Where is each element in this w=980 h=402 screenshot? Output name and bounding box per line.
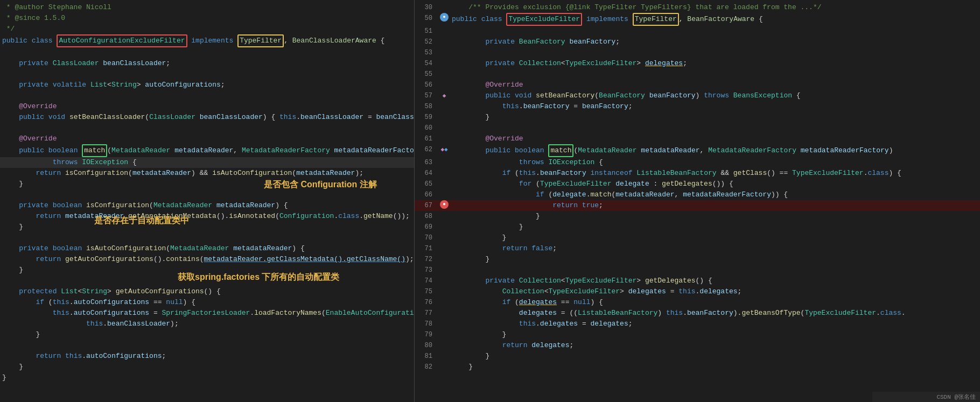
line-isconfig-close: } [0,222,414,232]
line-override2: @Override [0,133,414,144]
right-line-55: 55 [415,69,980,80]
gutter-icon-62a: ◆ [440,144,444,155]
right-line-54: 54 private Collection<TypeExcludeFilter>… [415,58,980,69]
right-line-64: 64 if (this.beanFactory instanceof Lista… [415,168,980,179]
line-number-72: 72 [415,254,439,265]
gutter-67: ● [439,200,450,209]
line-number-80: 80 [415,340,439,351]
line-number-30: 30 [415,2,439,13]
line-getautoconfig-load: this.autoConfigurations = SpringFactorie… [0,308,414,319]
right-line-58: 58 this.beanFactory = beanFactory; [415,101,980,112]
line-throws: throws IOException { [0,157,414,168]
line-number-54: 54 [415,58,439,69]
line-number-67: 67 [415,200,439,211]
gutter-icon-62b: ◆ [444,144,448,155]
line-number-81: 81 [415,351,439,362]
line-number-50: 50 [415,13,439,24]
line-return-autoconfig: return this.autoConfigurations; [0,351,414,362]
gutter-icon-50: ● [440,13,449,22]
right-line-62: 62 ◆ ◆ public boolean match(MetadataRead… [415,144,980,157]
line-isconfig-body: return metadataReader.getAnnotationMetad… [0,211,414,222]
main-container: * @author Stephane Nicoll * @since 1.5.0… [0,0,980,402]
right-line-61: 61 @Override [415,133,980,144]
line-field-classloader: private ClassLoader beanClassLoader; [0,58,414,69]
right-line-63: 63 throws IOException { [415,157,980,168]
right-line-51: 51 [415,26,980,37]
right-line-76: 76 if (delegates == null) { [415,297,980,308]
line-number-61: 61 [415,133,439,144]
right-line-60: 60 [415,123,980,133]
gutter-icon-67: ● [440,200,449,209]
line-number-64: 64 [415,168,439,179]
line-number-77: 77 [415,308,439,319]
right-line-69: 69 } [415,222,980,232]
gutter-57: ◆ [439,90,450,101]
line-number-60: 60 [415,123,439,133]
right-line-59: 59 } [415,112,980,123]
left-code-area: * @author Stephane Nicoll * @since 1.5.0… [0,0,414,385]
line-blank4 [0,123,414,133]
gutter-62: ◆ ◆ [439,144,450,155]
line-getautoconfig-classloader: this.beanClassLoader); [0,319,414,329]
right-line-52: 52 private BeanFactory beanFactory; [415,37,980,47]
line-getautoconfig-sig: protected List<String> getAutoConfigurat… [0,286,414,297]
line-class-close: } [0,372,414,383]
line-getautoconfig-if: if (this.autoConfigurations == null) { [0,297,414,308]
left-code-panel: * @author Stephane Nicoll * @since 1.5.0… [0,0,415,402]
line-getautoconfig-close: } [0,362,414,372]
right-line-66: 66 if (delegate.match(metadataReader, me… [415,189,980,200]
line-author: * @author Stephane Nicoll [0,2,414,13]
right-line-75: 75 Collection<TypeExcludeFilter> delegat… [415,286,980,297]
line-number-57: 57 [415,90,439,101]
right-line-82: 82 } [415,362,980,372]
line-match-sig: public boolean match(MetadataReader meta… [0,144,414,157]
line-blank3 [0,90,414,101]
line-match-close: } [0,179,414,189]
line-number-74: 74 [415,276,439,286]
right-line-71: 71 return false; [415,243,980,254]
line-number-53: 53 [415,47,439,58]
right-line-73: 73 [415,265,980,276]
line-blank6 [0,232,414,243]
line-number-68: 68 [415,211,439,222]
line-isconfig-sig: private boolean isConfiguration(Metadata… [0,200,414,211]
line-number-79: 79 [415,329,439,340]
line-number-71: 71 [415,243,439,254]
right-line-79: 79 } [415,329,980,340]
line-isautoconfig-body: return getAutoConfigurations().contains(… [0,254,414,265]
line-number-78: 78 [415,319,439,329]
line-field-autoconfig: private volatile List<String> autoConfig… [0,80,414,90]
right-line-57: 57 ◆ public void setBeanFactory(BeanFact… [415,90,980,101]
line-blank1 [0,47,414,58]
line-blank5 [0,189,414,200]
line-comment-end: */ [0,24,414,34]
right-line-65: 65 for (TypeExcludeFilter delegate : get… [415,179,980,189]
right-line-56: 56 @Override [415,80,980,90]
line-since: * @since 1.5.0 [0,13,414,24]
line-override1: @Override [0,101,414,112]
line-isautoconfig-sig: private boolean isAutoConfiguration(Meta… [0,243,414,254]
line-number-66: 66 [415,189,439,200]
line-number-70: 70 [415,232,439,243]
right-line-67: 67 ● return true; [415,200,980,211]
line-blank2 [0,69,414,80]
line-number-73: 73 [415,265,439,276]
line-number-82: 82 [415,362,439,372]
line-blank8 [0,340,414,351]
bottom-bar-text: CSDN @张名佳 [936,394,976,400]
line-number-63: 63 [415,157,439,168]
line-number-59: 59 [415,112,439,123]
right-line-70: 70 } [415,232,980,243]
line-setbeanclassloader: public void setBeanClassLoader(ClassLoad… [0,112,414,123]
right-line-30: 30 /** Provides exclusion {@link TypeFil… [415,2,980,13]
line-blank7 [0,276,414,286]
line-number-75: 75 [415,286,439,297]
right-code-area: 30 /** Provides exclusion {@link TypeFil… [415,0,980,375]
gutter-icon-57: ◆ [443,90,446,101]
line-number-56: 56 [415,80,439,90]
line-return-match: return isConfiguration(metadataReader) &… [0,168,414,179]
line-class-decl: public class AutoConfigurationExcludeFil… [0,34,414,47]
right-line-72: 72 } [415,254,980,265]
right-line-77: 77 delegates = ((ListableBeanFactory) th… [415,308,980,319]
right-line-74: 74 private Collection<TypeExcludeFilter>… [415,276,980,286]
